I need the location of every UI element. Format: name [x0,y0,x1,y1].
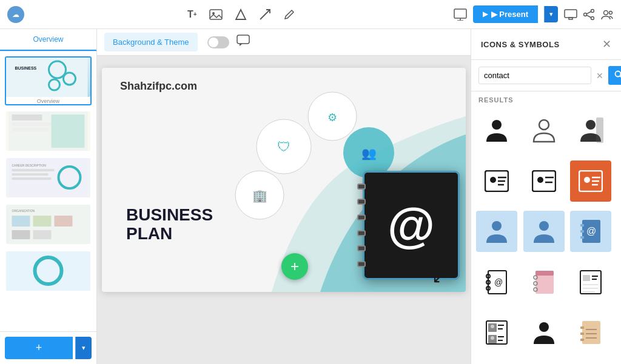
users-icon[interactable] [600,8,614,21]
icons-panel-title: ICONS & SYMBOLS [481,40,560,49]
svg-rect-29 [12,169,55,171]
svg-rect-36 [55,216,73,227]
slide-preview-3: CAREER DESCRIPTION [6,158,90,197]
canvas-area: Background & Theme Shahzifpc.com 🛡 [97,29,471,364]
svg-rect-110 [580,333,584,335]
svg-point-9 [591,9,594,12]
svg-rect-87 [535,271,554,276]
main-content: Overview BUSINESS Overview 1 [0,29,621,364]
svg-point-14 [604,10,608,15]
icon-contact-book-blue[interactable]: @ [570,211,611,252]
pen-icon[interactable] [283,8,295,21]
svg-point-10 [584,13,587,16]
chat-icon[interactable] [237,35,250,50]
svg-rect-0 [210,10,222,19]
present-dropdown-button[interactable]: ▾ [544,6,558,22]
toggle-switch[interactable] [207,36,229,48]
svg-rect-65 [532,171,556,191]
slide-preview-2 [6,111,90,151]
svg-rect-59 [596,117,603,143]
slide-thumb-1[interactable]: BUSINESS Overview [5,56,92,105]
svg-rect-30 [12,173,49,176]
svg-text:@: @ [494,277,503,287]
icons-symbols-panel: ICONS & SYMBOLS ✕ ✕ RESULTS [471,29,621,364]
slide-preview-5 [6,251,90,291]
svg-text:BUSINESS: BUSINESS [15,66,37,70]
toggle-knob [209,38,218,47]
svg-rect-78 [580,230,584,233]
svg-point-100 [491,325,494,328]
icon-address-book-2[interactable] [570,312,611,353]
svg-point-75 [539,221,549,231]
shape-icon[interactable] [235,8,247,21]
svg-rect-111 [580,339,584,341]
svg-point-58 [586,120,596,130]
icon-address-book-rings[interactable]: @ [476,262,517,303]
search-submit-button[interactable] [608,66,621,85]
svg-rect-92 [583,275,590,281]
svg-rect-22 [12,114,42,121]
icons-search-bar: ✕ [471,60,621,91]
contact-icon-large[interactable]: @ ↙ [363,171,460,280]
svg-point-70 [584,177,590,183]
canvas-tabs: Background & Theme [97,29,471,56]
svg-line-12 [586,15,591,18]
icon-contact-card-1[interactable] [476,160,517,202]
slide-thumb-2[interactable]: 1 [5,110,92,152]
text-icon[interactable]: T+ [187,9,197,20]
svg-rect-8 [569,18,572,19]
svg-rect-37 [12,230,30,239]
icons-panel-close-button[interactable]: ✕ [602,38,611,51]
svg-rect-108 [582,321,600,344]
svg-rect-35 [33,216,52,227]
icon-person-2[interactable] [523,110,565,151]
svg-rect-91 [580,271,601,294]
icons-search-input[interactable] [478,67,591,84]
search-clear-button[interactable]: ✕ [596,71,603,81]
icon-person-blue-1[interactable] [476,211,517,252]
icon-contact-card-orange[interactable] [570,160,611,202]
icon-person-dark-2[interactable] [523,312,565,353]
add-slide-button[interactable]: + [5,337,73,359]
icon-person-blue-2[interactable] [523,211,565,252]
icon-contact-list-2[interactable] [570,262,611,303]
tab-background-theme[interactable]: Background & Theme [104,33,198,51]
svg-rect-38 [33,230,52,239]
slides-footer: + ▾ [0,331,96,364]
svg-point-66 [537,177,543,183]
icons-panel-header: ICONS & SYMBOLS ✕ [471,29,621,60]
svg-rect-24 [12,128,49,131]
icon-contact-book-pink[interactable] [523,262,565,303]
svg-text:👥: 👥 [361,146,377,160]
slide-thumb-3[interactable]: 2 CAREER DESCRIPTION [5,157,92,199]
svg-rect-25 [52,114,85,148]
present-window-icon[interactable] [454,8,467,21]
share-icon[interactable] [583,8,594,21]
add-content-button[interactable]: + [281,253,308,280]
image-icon[interactable] [209,8,223,21]
add-slide-dropdown-button[interactable]: ▾ [75,337,92,359]
toolbar-icons: T+ [34,8,449,21]
svg-text:@: @ [586,226,596,236]
svg-line-13 [586,12,591,14]
svg-rect-23 [12,122,55,126]
monitor-icon[interactable] [564,8,577,21]
tab-overview[interactable]: Overview [0,29,96,51]
icon-person-1[interactable] [476,110,517,151]
icon-photo-contact-1[interactable] [476,312,517,353]
slide-thumb-4[interactable]: 3 ORGANIZATION [5,204,92,245]
svg-point-74 [492,221,502,231]
line-icon[interactable] [259,8,271,21]
slide-preview-1: BUSINESS [6,58,90,97]
slides-tabs: Overview [0,29,96,51]
slide-thumb-5[interactable]: 4 [5,250,92,292]
icon-person-3[interactable] [570,110,611,151]
icon-contact-card-2[interactable] [523,160,565,202]
present-button[interactable]: ▶ ▶ Present [473,5,538,23]
app-logo[interactable]: ☁ [7,6,24,23]
svg-text:⚙: ⚙ [327,111,337,124]
svg-point-56 [492,120,502,130]
svg-line-3 [260,10,270,19]
svg-rect-77 [580,224,584,227]
cursor-arrow: ↙ [432,267,446,287]
